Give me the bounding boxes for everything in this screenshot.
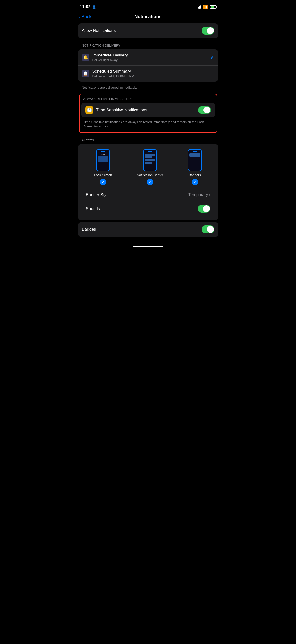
banner-style-current: Temporary	[189, 192, 208, 197]
alerts-label: ALERTS	[78, 135, 218, 144]
signal-icon	[197, 5, 201, 8]
back-label: Back	[81, 14, 91, 20]
immediate-delivery-checkmark: ✓	[210, 54, 214, 60]
alerts-card: 9:41 Lock Screen ✓	[78, 144, 218, 220]
battery-icon: ⚡	[210, 5, 216, 8]
schedule-icon: 📋	[82, 70, 89, 77]
badges-toggle[interactable]	[202, 226, 214, 233]
bell-icon: 🔔	[82, 54, 89, 61]
status-icons: 📶 ⚡	[197, 5, 216, 9]
allow-notifications-row: Allow Notifications	[78, 23, 218, 38]
person-icon: 👤	[92, 5, 96, 9]
banner-style-row[interactable]: Banner Style Temporary ›	[82, 188, 214, 201]
lock-screen-icon: 9:41	[96, 149, 110, 171]
badges-label: Badges	[82, 227, 96, 232]
time-sensitive-row: 🕐 Time Sensitive Notifications	[81, 103, 215, 118]
home-indicator	[133, 246, 163, 247]
wifi-icon: 📶	[203, 5, 208, 9]
immediate-delivery-row[interactable]: 🔔 Immediate Delivery Deliver right away …	[78, 49, 218, 66]
banners-icon	[188, 149, 202, 171]
allow-notifications-card: Allow Notifications	[78, 23, 218, 38]
notification-delivery-card: 🔔 Immediate Delivery Deliver right away …	[78, 49, 218, 82]
alert-lock-screen[interactable]: 9:41 Lock Screen ✓	[94, 149, 112, 185]
notification-center-label: Notification Center	[137, 173, 163, 177]
nav-bar: ‹ Back Notifications	[74, 12, 222, 23]
alert-notification-center[interactable]: Notification Center ✓	[137, 149, 163, 185]
time-sensitive-toggle[interactable]	[198, 106, 211, 114]
time-label: 11:02	[80, 4, 91, 9]
content: Allow Notifications NOTIFICATION DELIVER…	[74, 23, 222, 252]
always-deliver-label: ALWAYS DELIVER IMMEDIATELY	[79, 94, 217, 103]
notification-delivery-label: NOTIFICATION DELIVERY	[78, 40, 218, 49]
alert-banners[interactable]: Banners ✓	[188, 149, 202, 185]
allow-notifications-toggle[interactable]	[202, 27, 214, 35]
clock-icon: 🕐	[85, 106, 93, 114]
banner-style-value: Temporary ›	[189, 192, 210, 197]
scheduled-summary-title: Scheduled Summary	[92, 69, 134, 74]
alert-icons-row: 9:41 Lock Screen ✓	[82, 149, 214, 185]
immediate-delivery-subtitle: Deliver right away	[92, 58, 128, 62]
lock-screen-label: Lock Screen	[94, 173, 112, 177]
chevron-left-icon: ‹	[79, 14, 81, 20]
scheduled-summary-row[interactable]: 📋 Scheduled Summary Deliver at 8 AM, 12 …	[78, 66, 218, 82]
immediate-delivery-title: Immediate Delivery	[92, 53, 128, 58]
status-bar: 11:02 👤 📶 ⚡	[74, 0, 222, 12]
time-sensitive-card: 🕐 Time Sensitive Notifications	[81, 103, 215, 118]
banners-check: ✓	[192, 179, 198, 185]
back-button[interactable]: ‹ Back	[79, 14, 92, 20]
banners-label: Banners	[189, 173, 201, 177]
badges-card: Badges	[78, 222, 218, 237]
page-title: Notifications	[134, 14, 161, 20]
scheduled-summary-subtitle: Deliver at 8 AM, 12 PM, 6 PM	[92, 74, 134, 78]
badges-row: Badges	[78, 222, 218, 237]
notification-center-icon	[143, 149, 157, 171]
sounds-toggle[interactable]	[198, 205, 210, 213]
lock-screen-check: ✓	[100, 179, 106, 185]
notification-center-check: ✓	[147, 179, 153, 185]
sounds-label: Sounds	[86, 206, 100, 211]
banner-style-label: Banner Style	[86, 192, 110, 197]
status-time: 11:02 👤	[80, 4, 96, 9]
notification-delivery-note: Notifications are delivered immediately.	[78, 84, 218, 94]
allow-notifications-label: Allow Notifications	[82, 28, 116, 33]
always-deliver-section: ALWAYS DELIVER IMMEDIATELY 🕐 Time Sensit…	[79, 94, 217, 133]
sounds-row: Sounds	[82, 201, 214, 216]
always-deliver-note: Time Sensitive notifications are always …	[79, 118, 217, 132]
time-sensitive-label: Time Sensitive Notifications	[96, 108, 147, 112]
chevron-right-icon: ›	[209, 193, 210, 197]
